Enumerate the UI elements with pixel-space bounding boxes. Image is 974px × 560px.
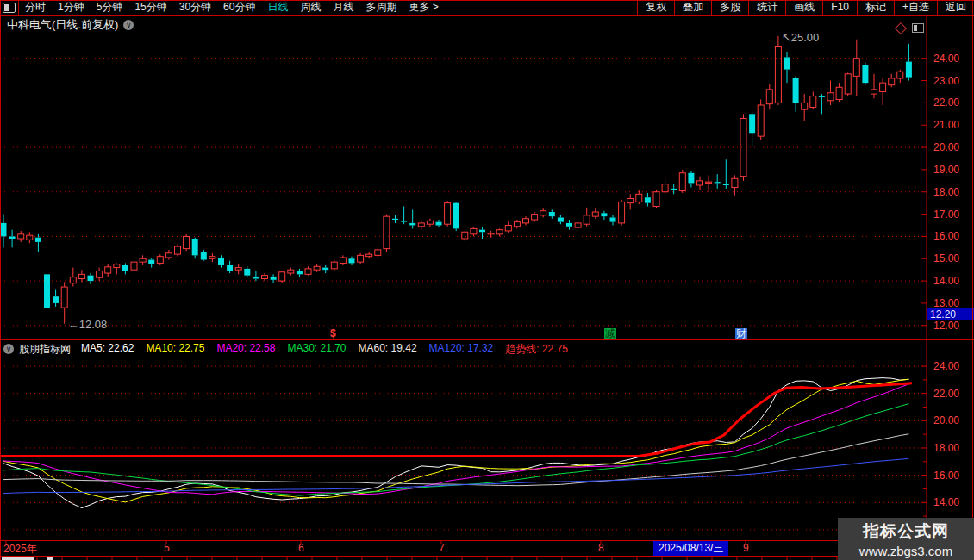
- candle-body-up: [235, 268, 241, 271]
- panel-grid: 24.0022.0020.0018.0016.0014.00: [0, 360, 959, 530]
- candle-body-down: [601, 213, 607, 216]
- ma-value-label: MA60: 19.42: [359, 342, 417, 357]
- candle-body-down: [227, 265, 233, 271]
- candle-body-up: [706, 182, 712, 183]
- candle-body-down: [819, 96, 825, 97]
- candle-body-up: [140, 258, 146, 262]
- candle-body-down: [436, 222, 442, 226]
- ma-value-label: MA5: 22.62: [81, 342, 134, 357]
- ma-value-label: MA10: 22.75: [146, 342, 204, 357]
- candle-body-up: [575, 223, 581, 227]
- candle-body-up: [505, 226, 511, 231]
- panel-axis-label: 22.00: [933, 388, 959, 400]
- tdx-app-window: 分时1分钟5分钟15分钟30分钟60分钟日线周线月线多周期更多 > 复权叠加多股…: [0, 0, 974, 560]
- candle-body-down: [244, 269, 250, 276]
- candle-body-down: [148, 260, 154, 264]
- candle-body-up: [880, 83, 886, 91]
- panel-axis-label: 24.00: [933, 360, 959, 372]
- ma-values: MA5: 22.62MA10: 22.75MA20: 22.58MA30: 21…: [81, 342, 580, 357]
- candle-body-down: [88, 276, 94, 281]
- candle-body-down: [35, 238, 41, 242]
- main-grid: 24.0023.0022.0021.0020.0019.0018.0017.00…: [0, 53, 959, 332]
- candle-body-up: [262, 276, 268, 279]
- candle-body-up: [496, 230, 503, 234]
- candle-body-up: [384, 216, 390, 248]
- candles[interactable]: [1, 36, 912, 324]
- candle-body-up: [827, 93, 834, 101]
- candle-body-up: [165, 253, 172, 258]
- candle-body-up: [175, 246, 181, 254]
- candle-body-up: [627, 198, 634, 202]
- candle-body-down: [566, 223, 572, 227]
- candle-body-up: [697, 181, 703, 185]
- time-axis-label: 7: [439, 542, 445, 554]
- candle-body-up: [97, 271, 103, 277]
- candle-body-down: [349, 258, 355, 263]
- main-axis-label: 18.00: [933, 186, 959, 198]
- candle-body-down: [297, 271, 303, 274]
- candle-body-up: [802, 103, 808, 109]
- candle-body-down: [271, 277, 277, 280]
- chart-canvas[interactable]: 24.0023.0022.0021.0020.0019.0018.0017.00…: [0, 0, 974, 560]
- ma-line-MA120: [3, 458, 908, 493]
- candle-body-up: [897, 72, 903, 78]
- price-marker-badge: 12.20: [927, 308, 974, 320]
- candle-body-down: [218, 258, 224, 265]
- candle-body-down: [409, 223, 415, 226]
- candle-body-down: [201, 252, 207, 260]
- candle-body-up: [758, 105, 764, 136]
- candle-body-up: [540, 211, 546, 215]
- candle-body-up: [61, 287, 67, 308]
- main-axis-label: 17.00: [933, 208, 959, 221]
- candle-body-down: [401, 221, 407, 221]
- statusbar-clipped-text: [2, 557, 34, 560]
- candle-body-up: [114, 264, 120, 268]
- candle-body-up: [427, 221, 433, 224]
- time-axis-label: 9: [743, 542, 749, 554]
- candle-body-up: [131, 262, 137, 270]
- candle-body-down: [784, 57, 790, 69]
- candle-body-up: [105, 267, 111, 273]
- candle-body-up: [514, 222, 520, 227]
- panel-axis-label: 18.00: [933, 442, 959, 454]
- main-axis-label: 20.00: [933, 141, 959, 153]
- candle-body-down: [1, 223, 7, 237]
- main-axis-label: 12.00: [933, 320, 959, 332]
- event-mark[interactable]: 财: [735, 328, 747, 339]
- main-axis-label: 21.00: [933, 119, 959, 131]
- candle-body-up: [27, 235, 33, 240]
- candle-body-up: [366, 254, 372, 257]
- ma-line-MA30: [3, 404, 908, 496]
- event-mark[interactable]: $: [330, 328, 336, 339]
- candle-body-up: [592, 212, 598, 216]
- time-axis: 2025年56782025/08/13/三9: [0, 541, 974, 556]
- candle-body-down: [715, 182, 721, 183]
- candle-body-down: [44, 274, 50, 308]
- ma-value-label: MA120: 17.32: [429, 342, 494, 357]
- window-border-left: [0, 0, 1, 560]
- candle-body-up: [853, 59, 859, 77]
- candle-body-down: [749, 114, 755, 133]
- main-axis-label: 14.00: [933, 275, 959, 287]
- candle-body-up: [810, 96, 816, 108]
- candle-body-up: [732, 178, 738, 187]
- candle-body-down: [479, 230, 485, 233]
- candle-body-up: [871, 90, 877, 94]
- ma-line-MA5: [3, 378, 908, 508]
- candle-body-down: [192, 239, 198, 255]
- candle-body-down: [392, 219, 398, 220]
- candle-body-up: [471, 228, 477, 233]
- price-annotation: ↖25.00: [782, 31, 819, 44]
- candle-body-up: [157, 257, 163, 264]
- candle-body-up: [305, 269, 311, 274]
- ma-value-label: 趋势线: 22.75: [505, 342, 568, 357]
- candle-body-up: [775, 46, 781, 103]
- panel-collapse-icon[interactable]: ∨: [3, 344, 14, 354]
- ma-line-MA10: [3, 379, 908, 502]
- indicator-name: 股朋指标网: [19, 342, 71, 357]
- main-axis-label: 13.00: [933, 297, 959, 309]
- site-watermark: 指标公式网 www.zbgs3.com: [838, 518, 974, 560]
- candle-body-down: [53, 296, 59, 303]
- event-mark[interactable]: 减: [604, 328, 616, 339]
- time-axis-label: 6: [298, 542, 304, 554]
